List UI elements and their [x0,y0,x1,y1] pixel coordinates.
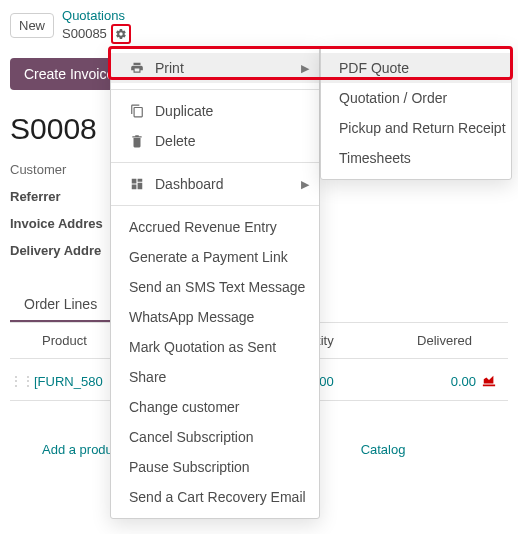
breadcrumb-stack: Quotations S00085 [62,8,131,44]
new-button[interactable]: New [10,13,54,38]
page-root: New Quotations S00085 Create Invoice S00… [0,0,518,534]
chevron-right-icon: ▶ [301,62,309,75]
menu-sms[interactable]: Send an SMS Text Message [111,272,319,302]
drag-handle-icon[interactable]: ⋮⋮ [10,374,34,388]
submenu-pdf-quote[interactable]: PDF Quote [321,53,511,83]
catalog-link[interactable]: Catalog [361,442,406,457]
gear-menu: Print ▶ Duplicate Delete Dashboard ▶ Acc… [110,46,320,519]
menu-share[interactable]: Share [111,362,319,392]
breadcrumb-top[interactable]: Quotations [62,8,131,24]
graph-icon[interactable] [482,373,496,390]
menu-payment-link[interactable]: Generate a Payment Link [111,242,319,272]
print-submenu: PDF Quote Quotation / Order Pickup and R… [320,46,512,180]
submenu-quotation-order[interactable]: Quotation / Order [321,83,511,113]
breadcrumb-sub: S00085 [62,26,107,42]
menu-change-customer[interactable]: Change customer [111,392,319,422]
menu-separator [111,162,319,163]
cell-delivered[interactable]: 0.00 [344,373,508,390]
menu-accrued-revenue[interactable]: Accrued Revenue Entry [111,212,319,242]
col-delivered: Delivered [344,333,508,348]
duplicate-icon [129,104,145,118]
menu-cancel-subscription[interactable]: Cancel Subscription [111,422,319,452]
menu-whatsapp[interactable]: WhatsApp Message [111,302,319,332]
menu-print[interactable]: Print ▶ [111,53,319,83]
print-icon [129,61,145,75]
gear-icon[interactable] [111,24,131,44]
chevron-right-icon: ▶ [301,178,309,191]
menu-print-label: Print [155,60,184,76]
breadcrumb: New Quotations S00085 [10,8,508,44]
menu-separator [111,89,319,90]
menu-mark-sent[interactable]: Mark Quotation as Sent [111,332,319,362]
submenu-timesheets[interactable]: Timesheets [321,143,511,173]
dashboard-icon [129,177,145,191]
menu-cart-recovery[interactable]: Send a Cart Recovery Email [111,482,319,512]
menu-pause-subscription[interactable]: Pause Subscription [111,452,319,482]
menu-dashboard[interactable]: Dashboard ▶ [111,169,319,199]
menu-duplicate[interactable]: Duplicate [111,96,319,126]
submenu-pickup-return[interactable]: Pickup and Return Receipt [321,113,511,143]
tab-order-lines[interactable]: Order Lines [10,286,111,322]
delete-icon [129,134,145,148]
menu-delete[interactable]: Delete [111,126,319,156]
menu-separator [111,205,319,206]
